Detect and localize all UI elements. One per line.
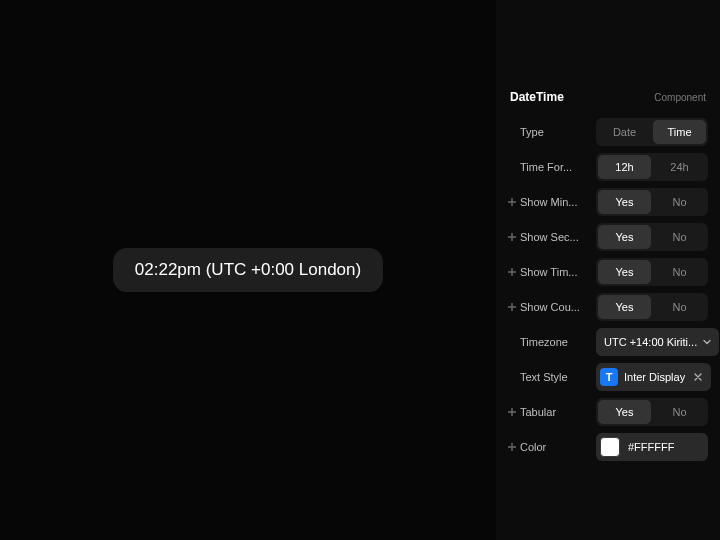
tabular-no[interactable]: No: [653, 400, 706, 424]
plus-icon[interactable]: [508, 303, 516, 311]
row-show-timezone: Show Tim... Yes No: [508, 258, 708, 286]
segmented-show-seconds: Yes No: [596, 223, 708, 251]
timezone-value: UTC +14:00 Kiriti...: [604, 336, 697, 348]
color-swatch[interactable]: [600, 437, 620, 457]
show-seconds-no[interactable]: No: [653, 225, 706, 249]
plus-icon[interactable]: [508, 408, 516, 416]
row-tabular: Tabular Yes No: [508, 398, 708, 426]
close-icon: [694, 373, 702, 381]
text-style-badge-icon: T: [600, 368, 618, 386]
label-time-format: Time For...: [508, 161, 596, 173]
canvas-area: 02:22pm (UTC +0:00 London): [0, 0, 496, 540]
segmented-show-minutes: Yes No: [596, 188, 708, 216]
label-tabular: Tabular: [508, 406, 596, 418]
show-timezone-no[interactable]: No: [653, 260, 706, 284]
row-color: Color #FFFFFF: [508, 433, 708, 461]
segmented-show-timezone: Yes No: [596, 258, 708, 286]
plus-icon[interactable]: [508, 268, 516, 276]
plus-icon[interactable]: [508, 443, 516, 451]
row-show-seconds: Show Sec... Yes No: [508, 223, 708, 251]
label-type: Type: [508, 126, 596, 138]
segmented-time-format: 12h 24h: [596, 153, 708, 181]
inspector-panel: DateTime Component Type Date Time Time F…: [496, 0, 720, 540]
show-country-yes[interactable]: Yes: [598, 295, 651, 319]
color-field[interactable]: #FFFFFF: [596, 433, 708, 461]
row-time-format: Time For... 12h 24h: [508, 153, 708, 181]
text-style-value: Inter Display: [624, 371, 685, 383]
plus-icon[interactable]: [508, 198, 516, 206]
label-show-seconds: Show Sec...: [508, 231, 596, 243]
label-show-timezone: Show Tim...: [508, 266, 596, 278]
row-show-minutes: Show Min... Yes No: [508, 188, 708, 216]
time-format-12h[interactable]: 12h: [598, 155, 651, 179]
plus-icon[interactable]: [508, 233, 516, 241]
clear-text-style-button[interactable]: [691, 370, 705, 384]
row-timezone: Timezone UTC +14:00 Kiriti...: [508, 328, 708, 356]
segmented-type: Date Time: [596, 118, 708, 146]
label-show-country: Show Cou...: [508, 301, 596, 313]
label-show-minutes: Show Min...: [508, 196, 596, 208]
panel-subtitle: Component: [654, 92, 706, 103]
timezone-select[interactable]: UTC +14:00 Kiriti...: [596, 328, 719, 356]
color-hex-value: #FFFFFF: [628, 441, 674, 453]
type-option-date[interactable]: Date: [598, 120, 651, 144]
row-text-style: Text Style T Inter Display: [508, 363, 708, 391]
segmented-tabular: Yes No: [596, 398, 708, 426]
label-timezone: Timezone: [508, 336, 596, 348]
label-text-style: Text Style: [508, 371, 596, 383]
panel-title: DateTime: [510, 90, 564, 104]
text-style-field[interactable]: T Inter Display: [596, 363, 711, 391]
show-minutes-no[interactable]: No: [653, 190, 706, 214]
time-format-24h[interactable]: 24h: [653, 155, 706, 179]
row-type: Type Date Time: [508, 118, 708, 146]
datetime-preview[interactable]: 02:22pm (UTC +0:00 London): [113, 248, 383, 292]
chevron-down-icon: [703, 336, 711, 348]
show-minutes-yes[interactable]: Yes: [598, 190, 651, 214]
datetime-preview-text: 02:22pm (UTC +0:00 London): [135, 260, 361, 279]
show-seconds-yes[interactable]: Yes: [598, 225, 651, 249]
panel-header: DateTime Component: [508, 90, 708, 104]
type-option-time[interactable]: Time: [653, 120, 706, 144]
show-country-no[interactable]: No: [653, 295, 706, 319]
label-color: Color: [508, 441, 596, 453]
tabular-yes[interactable]: Yes: [598, 400, 651, 424]
row-show-country: Show Cou... Yes No: [508, 293, 708, 321]
segmented-show-country: Yes No: [596, 293, 708, 321]
show-timezone-yes[interactable]: Yes: [598, 260, 651, 284]
